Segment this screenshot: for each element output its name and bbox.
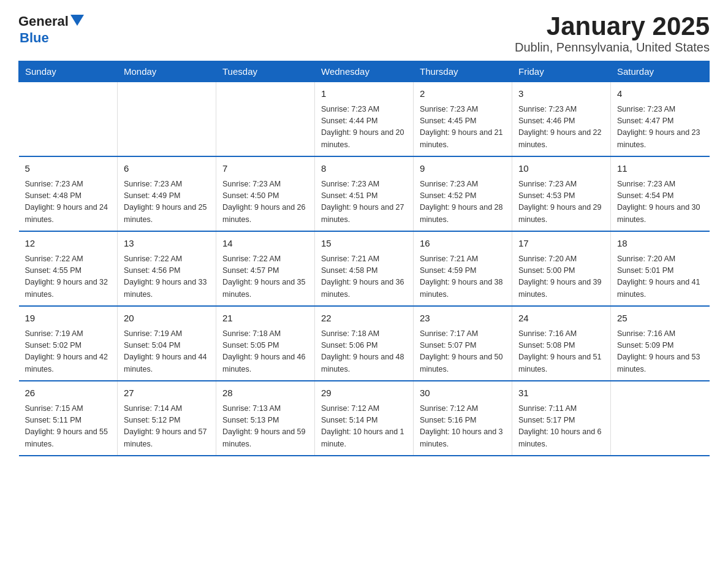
logo: General Blue bbox=[18, 12, 84, 45]
calendar-cell: 23Sunrise: 7:17 AM Sunset: 5:07 PM Dayli… bbox=[414, 306, 512, 381]
day-info: Sunrise: 7:16 AM Sunset: 5:09 PM Dayligh… bbox=[617, 328, 703, 376]
calendar-cell: 4Sunrise: 7:23 AM Sunset: 4:47 PM Daylig… bbox=[611, 82, 710, 157]
day-info: Sunrise: 7:13 AM Sunset: 5:13 PM Dayligh… bbox=[222, 403, 308, 451]
calendar-cell: 10Sunrise: 7:23 AM Sunset: 4:53 PM Dayli… bbox=[512, 156, 611, 231]
day-info: Sunrise: 7:23 AM Sunset: 4:50 PM Dayligh… bbox=[222, 178, 308, 226]
calendar-cell: 28Sunrise: 7:13 AM Sunset: 5:13 PM Dayli… bbox=[216, 381, 315, 456]
day-info: Sunrise: 7:23 AM Sunset: 4:53 PM Dayligh… bbox=[518, 178, 604, 226]
logo-general-text: General bbox=[18, 14, 69, 29]
day-info: Sunrise: 7:23 AM Sunset: 4:49 PM Dayligh… bbox=[124, 178, 210, 226]
day-info: Sunrise: 7:23 AM Sunset: 4:45 PM Dayligh… bbox=[420, 104, 506, 151]
calendar-week-row: 1Sunrise: 7:23 AM Sunset: 4:44 PM Daylig… bbox=[19, 82, 710, 157]
day-number: 19 bbox=[25, 312, 112, 326]
day-number: 13 bbox=[124, 237, 210, 251]
calendar-cell bbox=[216, 82, 315, 157]
day-info: Sunrise: 7:16 AM Sunset: 5:08 PM Dayligh… bbox=[518, 328, 604, 376]
day-number: 18 bbox=[617, 237, 703, 251]
day-number: 26 bbox=[25, 386, 112, 400]
calendar-cell: 18Sunrise: 7:20 AM Sunset: 5:01 PM Dayli… bbox=[611, 231, 710, 306]
calendar-cell: 20Sunrise: 7:19 AM Sunset: 5:04 PM Dayli… bbox=[118, 306, 216, 381]
day-number: 8 bbox=[321, 162, 407, 176]
calendar-cell: 14Sunrise: 7:22 AM Sunset: 4:57 PM Dayli… bbox=[216, 231, 315, 306]
day-number: 1 bbox=[321, 87, 407, 101]
day-number: 20 bbox=[124, 312, 210, 326]
day-number: 3 bbox=[518, 87, 604, 101]
day-number: 7 bbox=[222, 162, 308, 176]
calendar-cell: 17Sunrise: 7:20 AM Sunset: 5:00 PM Dayli… bbox=[512, 231, 611, 306]
weekday-header-monday: Monday bbox=[118, 61, 216, 82]
calendar-cell: 25Sunrise: 7:16 AM Sunset: 5:09 PM Dayli… bbox=[611, 306, 710, 381]
day-number: 21 bbox=[222, 312, 308, 326]
calendar-cell: 27Sunrise: 7:14 AM Sunset: 5:12 PM Dayli… bbox=[118, 381, 216, 456]
day-info: Sunrise: 7:20 AM Sunset: 5:01 PM Dayligh… bbox=[617, 253, 703, 301]
day-info: Sunrise: 7:23 AM Sunset: 4:52 PM Dayligh… bbox=[420, 178, 506, 226]
day-info: Sunrise: 7:12 AM Sunset: 5:16 PM Dayligh… bbox=[420, 403, 506, 451]
day-info: Sunrise: 7:18 AM Sunset: 5:05 PM Dayligh… bbox=[222, 328, 308, 376]
calendar-table: SundayMondayTuesdayWednesdayThursdayFrid… bbox=[18, 61, 710, 456]
weekday-header-tuesday: Tuesday bbox=[216, 61, 315, 82]
calendar-cell bbox=[19, 82, 118, 157]
day-info: Sunrise: 7:20 AM Sunset: 5:00 PM Dayligh… bbox=[518, 253, 604, 301]
day-number: 27 bbox=[124, 386, 210, 400]
day-number: 30 bbox=[420, 386, 506, 400]
page-title: January 2025 bbox=[515, 12, 710, 40]
day-info: Sunrise: 7:23 AM Sunset: 4:44 PM Dayligh… bbox=[321, 104, 407, 151]
calendar-cell: 29Sunrise: 7:12 AM Sunset: 5:14 PM Dayli… bbox=[315, 381, 414, 456]
calendar-cell: 2Sunrise: 7:23 AM Sunset: 4:45 PM Daylig… bbox=[414, 82, 512, 157]
day-number: 6 bbox=[124, 162, 210, 176]
weekday-header-sunday: Sunday bbox=[19, 61, 118, 82]
calendar-cell: 16Sunrise: 7:21 AM Sunset: 4:59 PM Dayli… bbox=[414, 231, 512, 306]
day-info: Sunrise: 7:22 AM Sunset: 4:57 PM Dayligh… bbox=[222, 253, 308, 301]
calendar-week-row: 12Sunrise: 7:22 AM Sunset: 4:55 PM Dayli… bbox=[19, 231, 710, 306]
day-info: Sunrise: 7:12 AM Sunset: 5:14 PM Dayligh… bbox=[321, 403, 407, 451]
day-info: Sunrise: 7:11 AM Sunset: 5:17 PM Dayligh… bbox=[518, 403, 604, 451]
calendar-cell: 6Sunrise: 7:23 AM Sunset: 4:49 PM Daylig… bbox=[118, 156, 216, 231]
weekday-header-wednesday: Wednesday bbox=[315, 61, 414, 82]
day-number: 28 bbox=[222, 386, 308, 400]
calendar-cell: 31Sunrise: 7:11 AM Sunset: 5:17 PM Dayli… bbox=[512, 381, 611, 456]
day-number: 5 bbox=[25, 162, 112, 176]
calendar-cell bbox=[118, 82, 216, 157]
day-info: Sunrise: 7:22 AM Sunset: 4:56 PM Dayligh… bbox=[124, 253, 210, 301]
calendar-cell: 1Sunrise: 7:23 AM Sunset: 4:44 PM Daylig… bbox=[315, 82, 414, 157]
calendar-cell: 3Sunrise: 7:23 AM Sunset: 4:46 PM Daylig… bbox=[512, 82, 611, 157]
day-number: 31 bbox=[518, 386, 604, 400]
calendar-cell bbox=[611, 381, 710, 456]
title-block: January 2025 Dublin, Pennsylvania, Unite… bbox=[515, 12, 710, 55]
day-number: 24 bbox=[518, 312, 604, 326]
calendar-cell: 7Sunrise: 7:23 AM Sunset: 4:50 PM Daylig… bbox=[216, 156, 315, 231]
weekday-header-saturday: Saturday bbox=[611, 61, 710, 82]
day-info: Sunrise: 7:23 AM Sunset: 4:48 PM Dayligh… bbox=[25, 178, 112, 226]
day-info: Sunrise: 7:19 AM Sunset: 5:04 PM Dayligh… bbox=[124, 328, 210, 376]
day-info: Sunrise: 7:23 AM Sunset: 4:54 PM Dayligh… bbox=[617, 178, 703, 226]
page-subtitle: Dublin, Pennsylvania, United States bbox=[515, 40, 710, 55]
day-number: 15 bbox=[321, 237, 407, 251]
logo-triangle-icon bbox=[70, 15, 84, 28]
day-info: Sunrise: 7:21 AM Sunset: 4:59 PM Dayligh… bbox=[420, 253, 506, 301]
day-info: Sunrise: 7:17 AM Sunset: 5:07 PM Dayligh… bbox=[420, 328, 506, 376]
calendar-cell: 30Sunrise: 7:12 AM Sunset: 5:16 PM Dayli… bbox=[414, 381, 512, 456]
calendar-cell: 19Sunrise: 7:19 AM Sunset: 5:02 PM Dayli… bbox=[19, 306, 118, 381]
calendar-cell: 5Sunrise: 7:23 AM Sunset: 4:48 PM Daylig… bbox=[19, 156, 118, 231]
day-number: 2 bbox=[420, 87, 506, 101]
day-number: 16 bbox=[420, 237, 506, 251]
calendar-cell: 24Sunrise: 7:16 AM Sunset: 5:08 PM Dayli… bbox=[512, 306, 611, 381]
day-number: 12 bbox=[25, 237, 112, 251]
calendar-header-row: SundayMondayTuesdayWednesdayThursdayFrid… bbox=[19, 61, 710, 82]
svg-marker-0 bbox=[70, 15, 84, 26]
day-number: 14 bbox=[222, 237, 308, 251]
calendar-week-row: 26Sunrise: 7:15 AM Sunset: 5:11 PM Dayli… bbox=[19, 381, 710, 456]
day-number: 22 bbox=[321, 312, 407, 326]
calendar-cell: 26Sunrise: 7:15 AM Sunset: 5:11 PM Dayli… bbox=[19, 381, 118, 456]
day-number: 25 bbox=[617, 312, 703, 326]
day-number: 11 bbox=[617, 162, 703, 176]
calendar-cell: 12Sunrise: 7:22 AM Sunset: 4:55 PM Dayli… bbox=[19, 231, 118, 306]
calendar-week-row: 19Sunrise: 7:19 AM Sunset: 5:02 PM Dayli… bbox=[19, 306, 710, 381]
day-info: Sunrise: 7:23 AM Sunset: 4:47 PM Dayligh… bbox=[617, 104, 703, 151]
calendar-cell: 13Sunrise: 7:22 AM Sunset: 4:56 PM Dayli… bbox=[118, 231, 216, 306]
day-info: Sunrise: 7:18 AM Sunset: 5:06 PM Dayligh… bbox=[321, 328, 407, 376]
day-info: Sunrise: 7:14 AM Sunset: 5:12 PM Dayligh… bbox=[124, 403, 210, 451]
page-header: General Blue January 2025 Dublin, Pennsy… bbox=[18, 12, 710, 55]
day-info: Sunrise: 7:15 AM Sunset: 5:11 PM Dayligh… bbox=[25, 403, 112, 451]
day-number: 4 bbox=[617, 87, 703, 101]
